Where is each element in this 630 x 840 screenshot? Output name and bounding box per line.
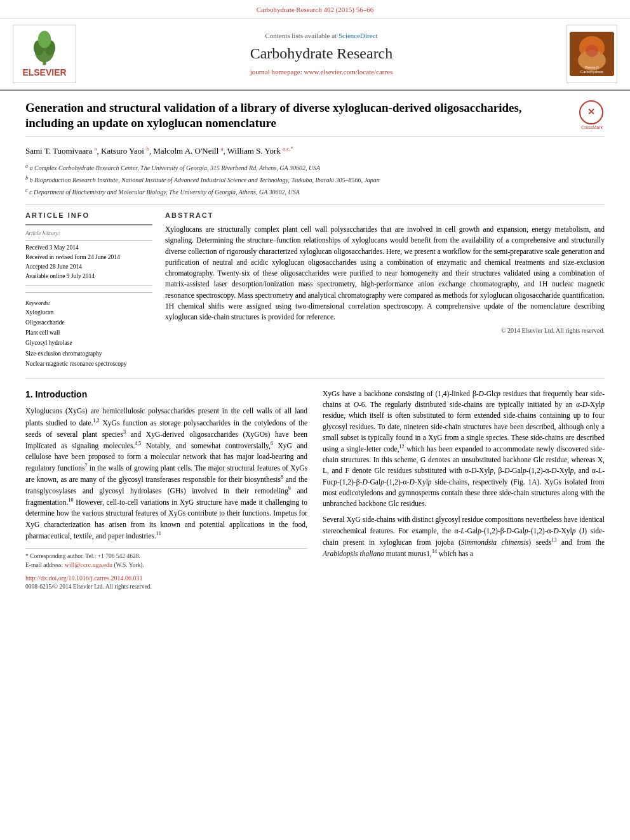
right-para-1: XyGs have a backbone consisting of (1,4)…: [323, 389, 605, 510]
footnotes-section: * Corresponding author. Tel.: +1 706 542…: [25, 548, 307, 591]
main-content-section: 1. Introduction Xyloglucans (XyGs) are h…: [25, 389, 605, 591]
main-right-column: XyGs have a backbone consisting of (1,4)…: [323, 389, 605, 591]
elsevier-tree-icon: [25, 29, 64, 67]
main-divider: [25, 378, 605, 378]
copyright-line: © 2014 Elsevier Ltd. All rights reserved…: [165, 326, 605, 335]
right-column: ABSTRACT Xyloglucans are structurally co…: [165, 211, 605, 369]
paper-body: Generation and structural validation of …: [0, 91, 630, 601]
journal-reference-link[interactable]: Carbohydrate Research 402 (2015) 56–66: [257, 6, 374, 13]
carbohydrate-logo-image: Carbohydrate Research: [570, 32, 614, 76]
main-left-column: 1. Introduction Xyloglucans (XyGs) are h…: [25, 389, 307, 591]
email-note: E-mail address: will@ccrc.uga.edu (W.S. …: [25, 561, 307, 570]
doi-link[interactable]: http://dx.doi.org/10.1016/j.carres.2014.…: [25, 575, 143, 582]
intro-para-1: Xyloglucans (XyGs) are hemicellulosic po…: [25, 406, 307, 542]
left-column: Article Info Article history: Received 3…: [25, 211, 152, 369]
keyword-3: Plant cell wall: [25, 328, 152, 338]
elsevier-logo: ELSEVIER: [13, 25, 76, 83]
keyword-2: Oligosaccharide: [25, 317, 152, 328]
affiliation-a: a a Complex Carbohydrate Research Center…: [25, 163, 605, 173]
article-history-label: Article history:: [25, 229, 152, 237]
right-para-2: Several XyG side-chains with distinct gl…: [323, 514, 605, 559]
journal-info-center: Contents lists available at ScienceDirec…: [83, 25, 560, 83]
divider: [25, 204, 605, 204]
keywords-divider: [25, 292, 152, 293]
keyword-1: Xyloglucan: [25, 307, 152, 317]
accepted-date: Accepted 28 June 2014: [25, 262, 152, 272]
svg-point-4: [38, 31, 51, 48]
science-direct-text: Contents lists available at ScienceDirec…: [265, 31, 377, 41]
affiliation-b: b b Bioproduction Research Institute, Na…: [25, 175, 605, 185]
keywords-label: Keywords:: [25, 299, 152, 307]
small-copyright: 0008-6215/© 2014 Elsevier Ltd. All right…: [25, 583, 307, 591]
keyword-5: Size-exclusion chromatography: [25, 349, 152, 359]
elsevier-label: ELSEVIER: [22, 67, 66, 79]
svg-point-8: [586, 44, 598, 57]
abstract-paragraph: Xyloglucans are structurally complex pla…: [165, 224, 605, 323]
available-date: Available online 9 July 2014: [25, 272, 152, 281]
authors-line: Sami T. Tuomivaara a, Katsuro Yaoi b, Ma…: [25, 145, 605, 157]
affiliation-c: c c Department of Biochemistry and Molec…: [25, 187, 605, 197]
article-dates: Received 3 May 2014 Received in revised …: [25, 240, 152, 282]
article-info-heading: Article Info: [25, 211, 152, 220]
intro-heading: 1. Introduction: [25, 389, 307, 401]
svg-text:Carbohydrate: Carbohydrate: [580, 70, 604, 74]
paper-title: Generation and structural validation of …: [25, 100, 573, 131]
journal-title: Carbohydrate Research: [250, 43, 393, 65]
keyword-6: Nuclear magnetic resonance spectroscopy: [25, 359, 152, 369]
keywords-section: Keywords: Xyloglucan Oligosaccharide Pla…: [25, 292, 152, 368]
intro-body: Xyloglucans (XyGs) are hemicellulosic po…: [25, 406, 307, 542]
crossmark-icon: ✕: [579, 100, 603, 124]
abstract-text: Xyloglucans are structurally complex pla…: [165, 224, 605, 323]
received-revised-date: Received in revised form 24 June 2014: [25, 253, 152, 262]
journal-header: ELSEVIER Contents lists available at Sci…: [0, 18, 630, 91]
crossmark-badge[interactable]: ✕ CrossMark: [579, 100, 605, 126]
info-abstract-section: Article Info Article history: Received 3…: [25, 211, 605, 369]
email-link[interactable]: will@ccrc.uga.edu: [65, 561, 112, 568]
journal-reference-bar: Carbohydrate Research 402 (2015) 56–66: [0, 0, 630, 18]
science-direct-link[interactable]: ScienceDirect: [338, 32, 378, 39]
corresponding-author-note: * Corresponding author. Tel.: +1 706 542…: [25, 552, 307, 561]
article-info-box: Article history: Received 3 May 2014 Rec…: [25, 224, 152, 286]
journal-homepage: journal homepage: www.elsevier.com/locat…: [250, 67, 393, 77]
right-body-text: XyGs have a backbone consisting of (1,4)…: [323, 389, 605, 559]
known-word: known: [37, 476, 57, 483]
paper-title-section: Generation and structural validation of …: [25, 100, 605, 137]
abstract-heading: ABSTRACT: [165, 211, 605, 220]
received-date: Received 3 May 2014: [25, 243, 152, 253]
carbohydrate-research-logo: Carbohydrate Research: [566, 25, 617, 83]
keyword-4: Glycosyl hydrolase: [25, 338, 152, 348]
svg-text:Research: Research: [585, 65, 599, 69]
